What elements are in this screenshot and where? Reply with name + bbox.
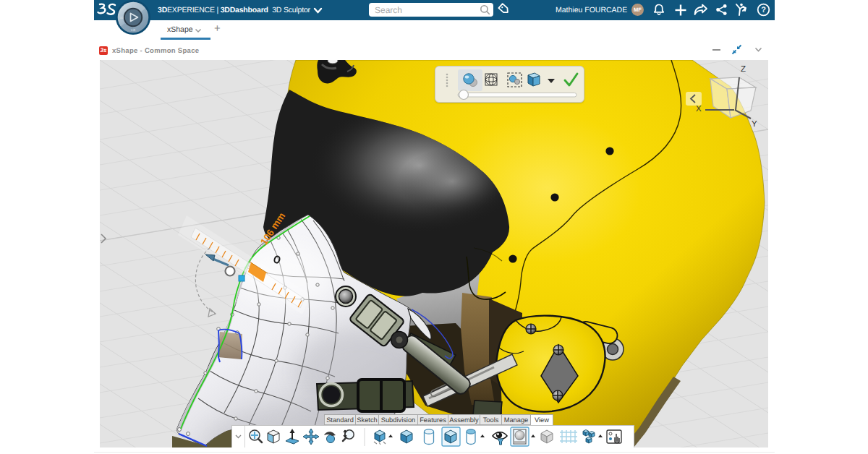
svg-text:?: ? [761, 6, 766, 14]
svg-text:V.R: V.R [131, 28, 135, 32]
svg-text:3D: 3D [119, 16, 123, 20]
svg-text:Z: Z [741, 65, 746, 74]
svg-text:Y: Y [752, 120, 757, 129]
svg-text:X: X [696, 105, 702, 113]
